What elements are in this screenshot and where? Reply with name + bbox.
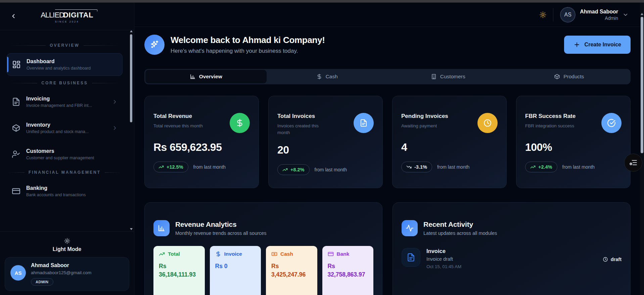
activity-title: Invoice — [426, 248, 461, 254]
sidebar: ALLIEDDIGITAL SINCE 2024 OVERVIEW Dashbo… — [0, 3, 134, 295]
revenue-card-cash: Cash Rs 3,425,247.96 — [266, 246, 317, 295]
sidebar-collapse-button[interactable] — [8, 11, 19, 22]
create-invoice-button[interactable]: Create Invoice — [564, 36, 631, 54]
change-badge: +12.5% — [153, 162, 188, 172]
header-divider — [553, 8, 553, 22]
stat-value: 20 — [277, 144, 374, 156]
sidebar-item-title: Dashboard — [27, 58, 91, 65]
revenue-card-label: Total — [168, 251, 180, 257]
dashboard-grid-icon — [12, 60, 21, 69]
dollar-icon — [215, 251, 221, 257]
main-scrollbar[interactable] — [640, 3, 644, 295]
stat-subtitle: Awaiting payment — [401, 123, 448, 129]
stat-title: FBR Success Rate — [525, 113, 576, 120]
trending-up-icon — [158, 164, 164, 170]
sidebar-user-card[interactable]: AS Ahmad Saboor ahmadsaboor125@gmail.com… — [5, 257, 129, 291]
invoice-document-icon — [354, 113, 374, 133]
trending-up-icon — [530, 164, 536, 170]
revenue-source-cards: Total Rs 36,184,111.93 Invoice R — [153, 246, 373, 295]
stat-subtitle: Invoices created this month — [277, 123, 328, 136]
stat-card-total-revenue: Total Revenue Total revenue this month R… — [144, 96, 259, 188]
user-role: Admin — [580, 15, 618, 21]
sidebar-scrollbar[interactable] — [130, 30, 133, 230]
scroll-up-arrow-icon[interactable] — [130, 30, 133, 32]
stat-value: 4 — [401, 141, 498, 154]
sidebar-item-subtitle: Invoice management and FBR int... — [26, 103, 92, 108]
scroll-down-arrow-icon[interactable] — [130, 228, 133, 230]
change-badge: -3.1% — [401, 162, 432, 172]
panel-subtitle: Latest updates across all modules — [423, 230, 497, 236]
revenue-card-value: Rs 0 — [215, 262, 256, 270]
logo-tagline: SINCE 2024 — [55, 20, 79, 23]
theme-sun-button[interactable] — [540, 11, 546, 18]
activity-item[interactable]: Invoice Invoice draft Oct 15, 01:45 AM d… — [402, 248, 622, 269]
panel-title: Revenue Analytics — [175, 220, 267, 228]
user-name: Ahmad Saboor — [31, 262, 91, 268]
light-mode-toggle[interactable]: Light Mode — [5, 236, 129, 257]
stat-subtitle: Total revenue this month — [153, 123, 203, 129]
clock-icon — [477, 113, 498, 133]
sparkles-icon — [144, 35, 165, 55]
sidebar-item-inventory[interactable]: Inventory Unified product and stock mana… — [7, 117, 123, 139]
banknote-icon — [271, 251, 277, 257]
user-check-icon — [11, 150, 21, 159]
stat-note: from last month — [193, 164, 226, 170]
logo-text-light: ALLIED — [41, 11, 64, 19]
sidebar-item-banking[interactable]: Banking Bank accounts and transactions — [7, 180, 123, 202]
sidebar-scrollbar-thumb[interactable] — [130, 34, 132, 122]
sidebar-item-title: Banking — [26, 185, 86, 191]
bar-chart-icon — [190, 74, 196, 80]
floating-widget-button[interactable] — [624, 154, 642, 172]
welcome-subtitle: Here's what's happening with your busine… — [171, 48, 325, 54]
avatar: AS — [10, 265, 26, 281]
tab-customers[interactable]: Customers — [387, 70, 509, 83]
main-scrollbar-thumb[interactable] — [641, 17, 643, 153]
stat-card-total-invoices: Total Invoices Invoices created this mon… — [268, 96, 383, 188]
user-menu[interactable]: AS Ahmad Saboor Admin — [560, 7, 629, 23]
main-area: AS Ahmad Saboor Admin Welcome back to Ah… — [134, 3, 644, 295]
sidebar-item-invoicing[interactable]: Invoicing Invoice management and FBR int… — [7, 91, 123, 113]
revenue-card-invoice: Invoice Rs 0 — [210, 246, 261, 295]
chevron-right-icon — [112, 125, 118, 131]
light-mode-label: Light Mode — [53, 246, 81, 252]
stat-note: from last month — [437, 164, 469, 170]
sidebar-item-subtitle: Customer and supplier management — [26, 156, 94, 160]
role-badge: ADMIN — [31, 278, 53, 286]
welcome-title: Welcome back to Ahmad ki Company! — [171, 35, 325, 45]
tab-label: Products — [563, 74, 584, 80]
tab-cash[interactable]: Cash — [267, 70, 388, 83]
change-badge: +8.2% — [277, 164, 310, 175]
credit-card-icon — [328, 251, 334, 257]
sidebar-item-customers[interactable]: Customers Customer and supplier manageme… — [7, 143, 123, 165]
activity-subtitle: Invoice draft — [426, 256, 461, 262]
dollar-icon — [316, 74, 322, 80]
tab-label: Cash — [326, 74, 338, 80]
package-box-icon — [11, 123, 21, 133]
dashboard-content: Welcome back to Ahmad ki Company! Here's… — [134, 27, 644, 295]
nav-section-financial-management: FINANCIAL MANAGEMENT — [9, 170, 121, 175]
chevron-right-icon — [112, 99, 118, 105]
bar-chart-icon — [153, 220, 170, 236]
invoice-document-icon — [402, 248, 420, 267]
activity-status-badge: draft — [603, 257, 622, 262]
user-name: Ahmad Saboor — [580, 9, 618, 15]
sidebar-item-title: Customers — [26, 148, 94, 154]
sun-icon — [64, 238, 70, 244]
building-icon — [431, 74, 437, 80]
invoice-document-icon — [11, 97, 21, 107]
scroll-up-arrow-icon[interactable] — [641, 13, 643, 15]
revenue-card-value: Rs 32,758,863.97 — [328, 262, 368, 279]
stat-value: Rs 659,623.95 — [153, 141, 250, 154]
sidebar-item-subtitle: Bank accounts and transactions — [26, 193, 86, 197]
stat-subtitle: FBR integration success — [525, 123, 576, 129]
sidebar-item-dashboard[interactable]: Dashboard Overview and analytics dashboa… — [7, 53, 123, 76]
activity-pulse-icon — [402, 220, 418, 236]
dollar-icon — [230, 113, 250, 133]
plus-icon — [573, 41, 580, 48]
tab-overview[interactable]: Overview — [145, 70, 267, 83]
revenue-analytics-panel: Revenue Analytics Monthly revenue trends… — [144, 202, 382, 295]
revenue-card-value: Rs 3,425,247.96 — [271, 262, 312, 279]
sidebar-item-subtitle: Overview and analytics dashboard — [27, 66, 91, 71]
tab-products[interactable]: Products — [509, 70, 630, 83]
recent-activity-panel: Recent Activity Latest updates across al… — [393, 202, 631, 295]
